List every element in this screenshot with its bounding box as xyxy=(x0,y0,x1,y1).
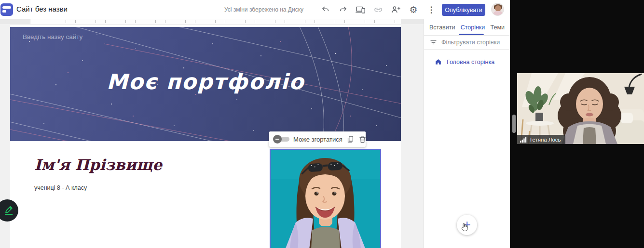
ruler-ticks xyxy=(52,20,401,23)
ruler-strip xyxy=(0,19,424,24)
editor-canvas: Введіть назву сайту Моє портфоліо Ім'я П… xyxy=(0,24,424,248)
account-avatar[interactable] xyxy=(491,3,504,16)
publish-button[interactable]: Опублікувати xyxy=(442,4,485,16)
panel-tabs: Вставити Сторінки Теми xyxy=(424,19,510,36)
share-person-add-icon[interactable] xyxy=(390,4,401,15)
video-scene xyxy=(517,73,644,144)
section-toolbar: Може згортатися xyxy=(269,131,366,147)
settings-gear-icon[interactable]: ⚙ xyxy=(408,4,419,15)
toggle-knob-minus-icon xyxy=(273,135,282,144)
google-sites-logo-icon[interactable] xyxy=(0,3,13,16)
device-preview-icon[interactable] xyxy=(355,4,366,15)
active-tab-underline xyxy=(459,34,484,35)
site-title[interactable]: Сайт без назви xyxy=(16,5,68,13)
subtitle-text[interactable]: учениці 8 - А класу xyxy=(34,184,87,191)
more-options-icon[interactable]: ⋮ xyxy=(425,4,437,15)
undo-icon[interactable] xyxy=(319,4,331,15)
hero-title-text[interactable]: Моє портфоліо xyxy=(10,69,401,94)
collapse-toggle[interactable] xyxy=(275,136,289,142)
screen: Сайт без назви Усі зміни збережено на Ди… xyxy=(0,0,644,248)
portrait-photo[interactable] xyxy=(270,149,381,248)
page-item-home[interactable]: Головна сторінка xyxy=(424,55,510,68)
duplicate-icon[interactable] xyxy=(346,134,355,144)
add-page-button[interactable]: + xyxy=(457,215,477,235)
insert-link-icon[interactable] xyxy=(372,4,384,15)
app-header: Сайт без назви Усі зміни збережено на Ди… xyxy=(0,0,510,19)
home-icon xyxy=(435,58,442,65)
tab-insert[interactable]: Вставити xyxy=(428,24,456,31)
hero-banner[interactable]: Введіть назву сайту Моє портфоліо xyxy=(10,27,401,141)
site-page: Введіть назву сайту Моє портфоліо Ім'я П… xyxy=(10,25,401,248)
site-name-placeholder[interactable]: Введіть назву сайту xyxy=(23,33,82,40)
portrait-illustration xyxy=(271,150,380,248)
signal-bars-icon xyxy=(520,137,527,143)
participant-name-badge: Тетяна Лось xyxy=(517,135,565,144)
name-heading-text[interactable]: Ім'я Прізвище xyxy=(34,156,162,173)
delete-trash-icon[interactable] xyxy=(358,134,367,144)
save-status-text: Усі зміни збережено на Диску xyxy=(224,6,303,13)
tab-pages[interactable]: Сторінки xyxy=(460,24,486,31)
page-item-label: Головна сторінка xyxy=(447,59,494,65)
filter-pages-row xyxy=(424,36,510,50)
filter-icon xyxy=(430,39,437,46)
tab-themes[interactable]: Теми xyxy=(490,24,506,31)
right-panel: Вставити Сторінки Теми Головна сторінка … xyxy=(424,19,510,248)
participant-name: Тетяна Лось xyxy=(529,137,561,143)
redo-icon[interactable] xyxy=(337,4,349,15)
pencil-icon xyxy=(3,204,15,217)
plus-icon: + xyxy=(463,218,470,231)
participant-video-tile[interactable]: Тетяна Лось xyxy=(517,73,644,144)
collapse-toggle-label: Може згортатися xyxy=(293,136,343,143)
filter-pages-input[interactable] xyxy=(441,39,504,46)
scrollbar-thumb[interactable] xyxy=(512,115,516,133)
screenshare-black-area: Тетяна Лось xyxy=(510,0,644,248)
